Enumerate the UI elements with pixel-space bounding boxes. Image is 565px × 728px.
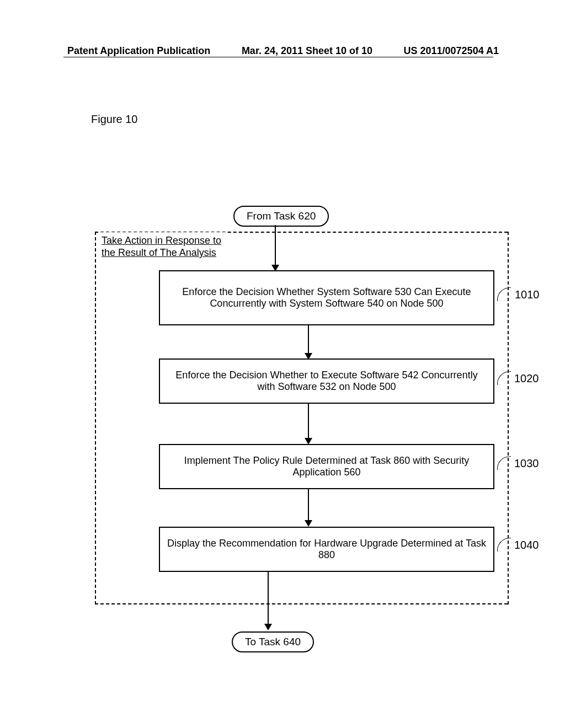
process-text-1040: Display the Recommendation for Hardware … [167,538,487,561]
pub-type-label: Patent Application Publication [67,45,210,57]
flow-terminal-from: From Task 620 [233,206,329,227]
arrow-line-3 [308,403,309,439]
ref-label-1040: 1040 [514,539,539,552]
arrow-line-2 [308,324,309,354]
dashed-group-title: Take Action in Response to the Result of… [99,232,226,262]
ref-label-1030: 1030 [514,457,539,470]
dashed-title-line2: the Result of The Analysis [102,247,216,258]
arrow-line-1 [275,225,276,266]
arrow-head-3 [305,438,312,445]
figure-number-label: Figure 10 [91,113,138,126]
arrow-head-2 [305,353,312,360]
dashed-title-line1: Take Action in Response to [102,235,221,246]
process-text-1030: Implement The Policy Rule Determined at … [167,455,487,478]
patent-page: Patent Application Publication Mar. 24, … [0,0,565,728]
leader-curve-1020 [496,371,512,385]
ref-label-1020: 1020 [514,372,539,385]
leader-curve-1040 [496,538,512,552]
process-box-1010: Enforce the Decision Whether System Soft… [159,270,494,325]
dashed-border-bottom [95,603,508,604]
leader-curve-1010 [496,287,512,301]
process-text-1020: Enforce the Decision Whether to Execute … [167,370,487,393]
arrow-head-4 [305,520,312,527]
ref-label-1010: 1010 [515,288,540,301]
process-box-1040: Display the Recommendation for Hardware … [159,527,494,572]
arrow-head-1 [271,265,279,271]
dashed-border-left [95,232,96,604]
leader-curve-1030 [496,456,512,470]
date-sheet-label: Mar. 24, 2011 Sheet 10 of 10 [242,45,372,57]
header-rule [63,57,493,57]
pub-number-label: US 2011/0072504 A1 [404,45,499,57]
page-header: Patent Application Publication Mar. 24, … [0,45,565,57]
flow-terminal-to: To Task 640 [232,631,314,652]
arrow-head-5 [264,624,272,630]
arrow-line-4 [308,488,309,521]
process-box-1030: Implement The Policy Rule Determined at … [159,444,494,489]
process-box-1020: Enforce the Decision Whether to Execute … [159,358,494,404]
arrow-line-5 [268,571,269,625]
process-text-1010: Enforce the Decision Whether System Soft… [167,286,487,309]
